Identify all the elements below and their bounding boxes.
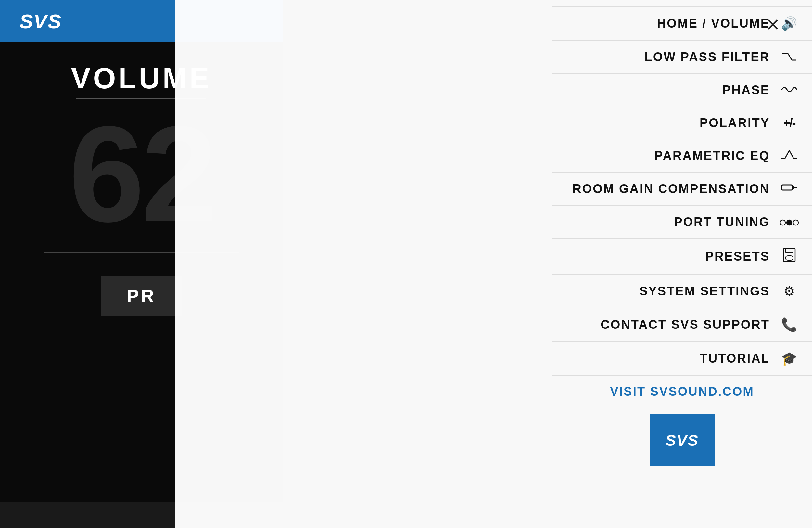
close-button[interactable]: × [766,13,780,36]
menu-item-contact-support[interactable]: CONTACT SVS SUPPORT 📞 [552,308,812,342]
contact-support-icon: 📞 [780,317,799,332]
menu-item-label-tutorial: TUTORIAL [700,352,770,366]
menu-item-label-phase: PHASE [722,83,770,97]
menu-item-port-tuning[interactable]: PORT TUNING [552,206,812,239]
menu-item-tutorial[interactable]: TUTORIAL 🎓 [552,342,812,376]
presets-icon [780,248,799,265]
port-tuning-icon [780,215,799,229]
menu-item-parametric-eq[interactable]: PARAMETRIC EQ [552,139,812,173]
parametric-eq-icon [780,148,799,163]
menu-list: HOME / VOLUME 🔊 LOW PASS FILTER PHASE PO… [552,0,812,479]
menu-item-label-polarity: POLARITY [700,116,770,130]
menu-item-label-parametric-eq: PARAMETRIC EQ [654,149,770,163]
tutorial-icon: 🎓 [780,351,799,366]
home-volume-icon: 🔊 [780,16,799,31]
menu-item-label-low-pass-filter: LOW PASS FILTER [644,50,770,64]
svg-rect-8 [785,256,793,260]
menu-overlay: × HOME / VOLUME 🔊 LOW PASS FILTER PHASE … [175,0,812,528]
svs-logo-menu: SVS [666,431,699,449]
svs-logo-menu-container: SVS [552,408,812,479]
menu-item-label-presets: PRESETS [706,249,770,263]
system-settings-icon: ⚙ [780,284,799,299]
svg-point-3 [780,220,785,225]
visit-svsound-link[interactable]: VISIT SVSOUND.COM [552,376,812,408]
polarity-icon: +/- [780,116,799,130]
menu-item-polarity[interactable]: POLARITY +/- [552,107,812,139]
room-gain-icon [780,182,799,196]
menu-item-room-gain-compensation[interactable]: ROOM GAIN COMPENSATION [552,173,812,206]
menu-item-label-room-gain-compensation: ROOM GAIN COMPENSATION [572,182,770,196]
menu-item-label-port-tuning: PORT TUNING [674,215,770,229]
svs-logo-header: SVS [19,10,62,33]
svs-logo-box: SVS [650,414,714,466]
menu-item-system-settings[interactable]: SYSTEM SETTINGS ⚙ [552,274,812,308]
menu-item-presets[interactable]: PRESETS [552,239,812,274]
visit-link-text: VISIT SVSOUND.COM [610,385,754,399]
svg-point-5 [793,220,798,225]
menu-item-label-system-settings: SYSTEM SETTINGS [639,284,770,298]
phase-icon [780,83,799,98]
menu-item-label-contact-support: CONTACT SVS SUPPORT [600,318,770,332]
menu-item-low-pass-filter[interactable]: LOW PASS FILTER [552,41,812,74]
low-pass-filter-icon [780,50,799,64]
menu-item-phase[interactable]: PHASE [552,74,812,107]
svg-rect-0 [782,185,792,190]
preset-button[interactable]: PR [101,275,182,316]
svg-rect-7 [785,248,793,253]
svg-point-4 [787,220,792,225]
menu-item-label-home-volume: HOME / VOLUME [657,17,770,30]
